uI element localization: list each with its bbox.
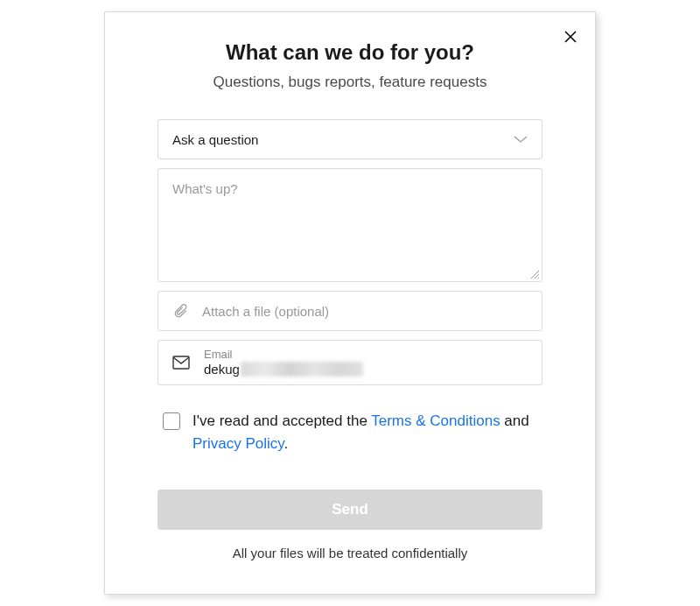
svg-rect-5 (173, 356, 189, 369)
privacy-link[interactable]: Privacy Policy (192, 435, 284, 452)
envelope-icon (172, 356, 190, 370)
consent-checkbox[interactable] (163, 412, 180, 430)
close-button[interactable] (560, 26, 581, 47)
message-field (158, 168, 542, 282)
paperclip-icon (172, 303, 188, 319)
email-redacted (241, 362, 363, 377)
consent-middle: and (500, 412, 529, 429)
close-icon (564, 31, 577, 43)
consent-suffix: . (284, 435, 289, 452)
message-textarea[interactable] (158, 169, 542, 281)
topic-select[interactable]: Ask a question (158, 119, 542, 159)
confidentiality-note: All your files will be treated confident… (158, 546, 542, 560)
modal-subtitle: Questions, bugs reports, feature request… (140, 74, 560, 91)
consent-prefix: I've read and accepted the (192, 412, 371, 429)
topic-selected-value: Ask a question (172, 132, 258, 147)
consent-text: I've read and accepted the Terms & Condi… (192, 410, 537, 454)
contact-modal: What can we do for you? Questions, bugs … (104, 11, 596, 595)
modal-title: What can we do for you? (140, 40, 560, 65)
terms-link[interactable]: Terms & Conditions (371, 412, 500, 429)
email-field[interactable]: Email dekug (158, 340, 542, 385)
chevron-down-icon (514, 135, 528, 144)
send-button[interactable]: Send (158, 490, 542, 530)
modal-header: What can we do for you? Questions, bugs … (105, 28, 595, 91)
attach-label: Attach a file (optional) (202, 304, 329, 319)
contact-form: Ask a question Attach a file (optional) (105, 91, 595, 560)
email-content: Email dekug (204, 348, 528, 377)
attach-file-button[interactable]: Attach a file (optional) (158, 291, 542, 331)
email-value-wrap: dekug (204, 362, 528, 377)
email-value: dekug (204, 362, 240, 377)
consent-row: I've read and accepted the Terms & Condi… (158, 394, 542, 454)
email-label: Email (204, 348, 528, 362)
